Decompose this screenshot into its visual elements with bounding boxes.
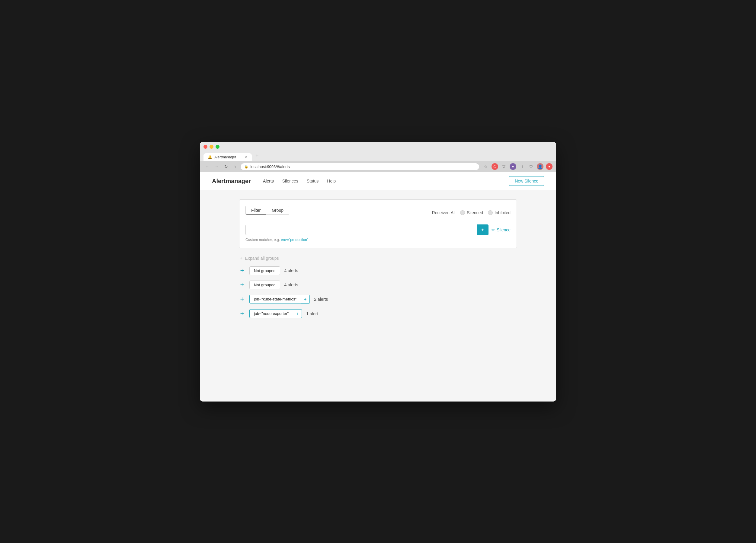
nav-status[interactable]: Status xyxy=(303,177,322,185)
group-4-add-button[interactable]: + xyxy=(293,309,302,318)
url-text: localhost:9093/#/alerts xyxy=(250,165,290,169)
main-content: Filter Group Receiver: All Silenced Inhi… xyxy=(227,190,529,333)
alert-group-1: + Not grouped 4 alerts xyxy=(239,267,517,275)
new-silence-button[interactable]: New Silence xyxy=(509,176,544,186)
search-input[interactable] xyxy=(245,225,474,235)
tab-bar: 🔔 Alertmanager ✕ + xyxy=(203,151,553,161)
nav-alerts[interactable]: Alerts xyxy=(259,177,277,185)
traffic-light-red[interactable] xyxy=(203,145,207,149)
group-3-tag: job="kube-state-metrics" xyxy=(249,295,301,303)
tab-group[interactable]: Group xyxy=(266,206,289,215)
nav-buttons: ← → ↻ ⌂ xyxy=(203,164,237,170)
group-3-count: 2 alerts xyxy=(314,297,328,302)
expand-group-2-icon[interactable]: + xyxy=(239,281,245,289)
browser-toolbar-icons: ☆ ⬡ ▽ ● ℹ 🛡 👤 ● xyxy=(482,163,553,170)
group-2-count: 4 alerts xyxy=(284,282,298,287)
group-2-label: Not grouped xyxy=(249,280,280,289)
user-avatar[interactable]: 👤 xyxy=(537,163,543,170)
app-title: Alertmanager xyxy=(212,178,251,185)
new-tab-button[interactable]: + xyxy=(252,151,262,161)
app-nav: Alerts Silences Status Help xyxy=(259,177,509,185)
group-3-tag-row: job="kube-state-metrics" + xyxy=(249,295,310,304)
traffic-lights xyxy=(203,145,553,149)
expand-group-4-icon[interactable]: + xyxy=(239,310,245,318)
group-1-label: Not grouped xyxy=(249,267,280,275)
ext-icon-3[interactable]: ● xyxy=(510,163,516,170)
traffic-light-yellow[interactable] xyxy=(210,145,213,149)
url-bar[interactable]: 🔒 localhost:9093/#/alerts xyxy=(240,163,479,171)
inhibited-toggle-circle xyxy=(488,210,493,215)
silence-link[interactable]: ✏ Silence xyxy=(492,228,511,232)
matcher-hint: Custom matcher, e.g. env="production" xyxy=(245,238,511,242)
group-3-add-button[interactable]: + xyxy=(301,295,310,304)
ext-icon-1[interactable]: ⬡ xyxy=(492,163,498,170)
inhibited-toggle[interactable]: Inhibited xyxy=(488,210,511,215)
bookmark-icon[interactable]: ☆ xyxy=(482,163,489,170)
ext-icon-6[interactable]: ● xyxy=(546,163,553,170)
group-1-count: 4 alerts xyxy=(284,268,298,273)
matcher-hint-example[interactable]: env="production" xyxy=(281,238,308,242)
app-content: Alertmanager Alerts Silences Status Help… xyxy=(200,172,556,401)
inhibited-label: Inhibited xyxy=(495,210,511,215)
address-bar: ← → ↻ ⌂ 🔒 localhost:9093/#/alerts ☆ ⬡ ▽ … xyxy=(200,161,556,172)
group-4-tag: job="node-exporter" xyxy=(249,309,293,318)
filter-controls: Receiver: All Silenced Inhibited xyxy=(426,210,511,215)
expand-all-groups[interactable]: + Expand all groups xyxy=(239,256,517,261)
group-4-count: 1 alert xyxy=(306,311,318,316)
expand-all-icon: + xyxy=(240,256,242,261)
filter-card: Filter Group Receiver: All Silenced Inhi… xyxy=(239,200,517,248)
ext-icon-5[interactable]: 🛡 xyxy=(528,163,534,170)
silence-link-label: Silence xyxy=(497,228,511,232)
silenced-toggle-circle xyxy=(460,210,465,215)
browser-chrome: 🔔 Alertmanager ✕ + xyxy=(200,142,556,161)
nav-silences[interactable]: Silences xyxy=(279,177,302,185)
silence-icon: ✏ xyxy=(492,228,495,232)
forward-button[interactable]: → xyxy=(213,164,220,170)
browser-window: 🔔 Alertmanager ✕ + ← → ↻ ⌂ 🔒 localhost:9… xyxy=(200,142,556,401)
tab-title: Alertmanager xyxy=(214,155,236,159)
expand-all-label: Expand all groups xyxy=(245,256,279,261)
receiver-label: Receiver: All xyxy=(432,210,456,215)
tab-favicon: 🔔 xyxy=(208,155,212,159)
tab-filter[interactable]: Filter xyxy=(245,206,266,215)
home-button[interactable]: ⌂ xyxy=(232,164,237,170)
back-button[interactable]: ← xyxy=(203,164,211,170)
alert-group-2: + Not grouped 4 alerts xyxy=(239,280,517,289)
silenced-label: Silenced xyxy=(467,210,483,215)
nav-help[interactable]: Help xyxy=(323,177,339,185)
silenced-toggle[interactable]: Silenced xyxy=(460,210,483,215)
url-security-icon: 🔒 xyxy=(244,165,248,169)
expand-group-1-icon[interactable]: + xyxy=(239,267,245,274)
matcher-hint-text: Custom matcher, e.g. xyxy=(245,238,280,242)
browser-tab[interactable]: 🔔 Alertmanager ✕ xyxy=(203,153,252,161)
alert-group-3: + job="kube-state-metrics" + 2 alerts xyxy=(239,295,517,304)
tab-close-button[interactable]: ✕ xyxy=(245,155,248,159)
search-row: + ✏ Silence xyxy=(245,225,511,235)
traffic-light-green[interactable] xyxy=(216,145,219,149)
filter-tabs: Filter Group xyxy=(245,206,289,215)
app-header: Alertmanager Alerts Silences Status Help… xyxy=(200,172,556,190)
add-matcher-button[interactable]: + xyxy=(477,225,489,235)
expand-group-3-icon[interactable]: + xyxy=(239,295,245,303)
alert-group-4: + job="node-exporter" + 1 alert xyxy=(239,309,517,318)
filter-tab-row: Filter Group Receiver: All Silenced Inhi… xyxy=(245,206,511,220)
ext-icon-4[interactable]: ℹ xyxy=(519,163,525,170)
group-4-tag-row: job="node-exporter" + xyxy=(249,309,302,318)
ext-icon-2[interactable]: ▽ xyxy=(501,163,507,170)
refresh-button[interactable]: ↻ xyxy=(223,164,229,170)
